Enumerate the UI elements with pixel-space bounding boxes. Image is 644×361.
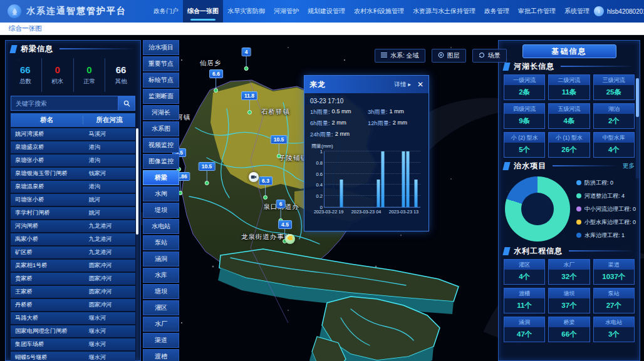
water-level-marker[interactable]: 10.5 <box>199 162 216 185</box>
table-row[interactable]: 蝴蝶5号堰桥堰水河 <box>11 352 135 361</box>
user-menu[interactable]: i hlsb42080201 ∨ <box>594 6 644 16</box>
layer-menu-item[interactable]: 渠道 <box>143 333 179 348</box>
nav-tab[interactable]: 审批工作管理 <box>514 0 560 23</box>
bridge-name-cell: 集团车场桥 <box>11 340 83 348</box>
river-chief-card[interactable]: 三级河流25条 <box>593 74 635 100</box>
table-row[interactable]: 集团车场桥堰水河 <box>11 338 135 350</box>
nav-tab[interactable]: 规划建设管理 <box>303 0 350 23</box>
layer-menu-item[interactable]: 渡槽 <box>143 349 179 361</box>
engineering-card[interactable]: 泵站27个 <box>593 288 635 313</box>
engineering-card[interactable]: 水电站3个 <box>593 317 635 342</box>
layer-menu-item[interactable]: 图像监控 <box>143 154 179 169</box>
tab-base-info[interactable]: 基础信息 <box>522 44 616 58</box>
layer-menu-item[interactable]: 水库 <box>143 268 179 283</box>
table-row[interactable]: 王家桥圆家冲河 <box>11 286 135 298</box>
engineering-card[interactable]: 渠道1037个 <box>593 259 635 285</box>
popup-detail-link[interactable]: 详情 ▸ <box>395 81 411 89</box>
engineering-card[interactable]: 塘坝37个 <box>548 288 589 313</box>
table-row[interactable]: 丹桥桥圆家冲河 <box>11 299 135 311</box>
layer-menu-item[interactable]: 视频监控 <box>143 138 179 153</box>
map-control-[interactable]: 场景 <box>472 49 507 63</box>
layer-menu-item[interactable]: 河湖长 <box>143 105 179 120</box>
table-row[interactable]: 马路大桥堰水河 <box>11 312 135 324</box>
bridge-stat: 0正常 <box>73 58 105 92</box>
engineering-card[interactable]: 水厂32个 <box>548 259 589 285</box>
river-chief-card[interactable]: 四级河流9条 <box>504 103 545 129</box>
map-control-[interactable]: 水系: 全域 <box>375 49 425 63</box>
rainfall-chart: 雨量(mm) 10.80.60.40.202023-03-22 192023-0… <box>310 144 423 218</box>
engineering-card[interactable]: 涵洞47个 <box>504 317 545 342</box>
table-scrollbar-thumb[interactable] <box>136 128 138 235</box>
table-row[interactable]: 泉塘银海玉带门闸桥钱家河 <box>11 168 135 180</box>
layer-menu-item[interactable]: 水系图 <box>143 121 179 136</box>
nav-tab[interactable]: 政务管理 <box>480 0 514 23</box>
table-row[interactable]: 矿区桥九龙港河 <box>11 247 135 258</box>
table-row[interactable]: 吴家相1号桥圆家冲河 <box>11 260 135 272</box>
map-control-[interactable]: 图层 <box>432 49 466 63</box>
table-row[interactable]: 泉塘张小桥港沟 <box>11 155 135 166</box>
engineering-card[interactable]: 灌区4个 <box>504 259 545 285</box>
search-input[interactable] <box>11 96 118 111</box>
nav-tab[interactable]: 政务门户 <box>149 0 183 23</box>
layer-menu-item[interactable]: 桥梁 <box>143 170 179 185</box>
river-chief-card[interactable]: 中型水库4个 <box>593 132 635 158</box>
nav-tab[interactable]: 水资源与水土保持管理 <box>408 0 480 23</box>
table-row[interactable]: 姚河湾溪桥马溪河 <box>11 128 135 140</box>
layer-menu-item[interactable]: 泵站 <box>143 235 179 250</box>
water-level-marker[interactable]: 4 <box>242 48 251 71</box>
water-level-marker[interactable]: 6 <box>276 200 286 223</box>
river-chief-card[interactable]: 小 (1) 型水26个 <box>548 132 589 158</box>
table-row[interactable]: 李学村门闸桥姚河 <box>11 207 135 219</box>
water-level-marker[interactable]: 10.5 <box>271 135 288 158</box>
layer-menu-item[interactable]: 重要节点 <box>143 56 179 71</box>
table-row[interactable]: 贵家桥圆家冲河 <box>11 273 135 285</box>
nav-tab[interactable]: 水旱灾害防御 <box>223 0 269 23</box>
bridge-name-cell: 李学村门闸桥 <box>11 209 83 217</box>
table-row[interactable]: 泉塘盛京桥港沟 <box>11 141 135 153</box>
layer-menu-item[interactable]: 堤坝 <box>143 203 179 218</box>
stat-value: 66 <box>20 64 31 75</box>
nav-tab[interactable]: 农村水利设施管理 <box>350 0 408 23</box>
water-level-marker[interactable]: 11.8 <box>241 91 257 114</box>
nav-tab[interactable]: 河湖管护 <box>269 0 303 23</box>
layer-menu-item[interactable]: 灌区 <box>143 300 179 315</box>
more-link[interactable]: 更多 <box>623 162 635 170</box>
card-value: 1037个 <box>594 270 634 284</box>
engineering-card[interactable]: 桥梁66个 <box>548 317 589 342</box>
engineering-card[interactable]: 渡槽11个 <box>504 288 545 313</box>
panel-scrollbar-thumb[interactable] <box>636 78 639 117</box>
layer-menu-item[interactable]: 治水项目 <box>143 40 179 55</box>
card-value: 47个 <box>504 327 544 342</box>
layer-menu-item[interactable]: 塘坝 <box>143 284 179 299</box>
river-chief-card[interactable]: 小 (2) 型水5个 <box>504 132 545 158</box>
close-icon[interactable]: ✕ <box>417 80 423 89</box>
water-level-marker[interactable]: 6.3 <box>259 176 273 200</box>
layer-menu-item[interactable]: 水闸 <box>143 186 179 201</box>
nav-tab[interactable]: 综合一张图 <box>183 0 223 23</box>
table-row[interactable]: 河沟闸桥九龙港河 <box>11 220 135 232</box>
legend-item: 水库治理工程: 1 <box>576 231 636 240</box>
panel-scrollbar[interactable] <box>636 78 639 178</box>
table-row[interactable]: 司塘张小桥姚河 <box>11 194 135 206</box>
nav-tab[interactable]: 系统管理 <box>560 0 594 23</box>
rain-station-marker-icon[interactable] <box>285 234 295 244</box>
river-chief-card[interactable]: 湖泊2个 <box>593 103 635 129</box>
breadcrumb[interactable]: 综合一张图 <box>0 24 42 33</box>
table-scrollbar[interactable] <box>136 128 138 361</box>
layer-menu-item[interactable]: 涵洞 <box>143 252 179 267</box>
layer-menu-item[interactable]: 标绘节点 <box>143 73 179 88</box>
water-level-marker[interactable]: 6.6 <box>209 69 223 93</box>
layer-menu-item[interactable]: 水厂 <box>143 317 179 332</box>
rain-bar <box>382 151 385 207</box>
river-chief-card[interactable]: 二级河流11条 <box>548 74 589 100</box>
layer-menu-item[interactable]: 水电站 <box>143 219 179 234</box>
river-chief-card[interactable]: 一级河流2条 <box>504 74 545 100</box>
search-button[interactable] <box>118 96 135 111</box>
table-row[interactable]: 禹家小桥九龙港河 <box>11 233 135 245</box>
layer-menu-item[interactable]: 监测断面 <box>143 89 179 104</box>
camera-marker-icon[interactable] <box>249 172 259 182</box>
table-row[interactable]: 泉塘温泉桥港沟 <box>11 181 135 193</box>
river-chief-card[interactable]: 五级河流4条 <box>548 103 589 129</box>
table-row[interactable]: 国家电网理念门闸桥堰水河 <box>11 325 135 337</box>
col-header-bridge-name: 桥名 <box>11 116 83 125</box>
